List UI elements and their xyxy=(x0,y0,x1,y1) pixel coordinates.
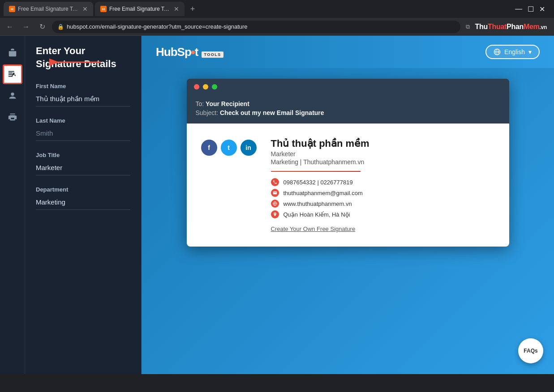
form-title: Enter Your Signature Details xyxy=(36,45,130,70)
email-window: To: Your Recipient Subject: Check out my… xyxy=(187,79,509,247)
hubspot-tools-badge: TOOLS xyxy=(202,51,223,58)
hubspot-header: HubSpt TOOLS English ▾ xyxy=(142,36,554,68)
social-linkedin-button[interactable]: in xyxy=(240,140,257,156)
location-icon xyxy=(271,210,279,218)
printer-icon xyxy=(8,112,17,122)
maximize-button[interactable]: ☐ xyxy=(528,5,534,13)
sig-contact: 0987654332 | 0226777819 thuthuatphanmem@… xyxy=(271,178,495,218)
create-signature-link[interactable]: Create Your Own Free Signature xyxy=(271,226,495,232)
sig-title: Marketer xyxy=(271,150,495,158)
to-label: To: xyxy=(196,100,204,107)
department-label: Department xyxy=(36,186,130,193)
tab-1[interactable]: H Free Email Signature Template G... ✕ xyxy=(4,2,93,16)
to-value: Your Recipient xyxy=(206,100,249,107)
job-title-input[interactable] xyxy=(36,162,130,175)
social-twitter-button[interactable]: t xyxy=(221,140,237,156)
email-window-chrome xyxy=(187,79,509,95)
phone-icon xyxy=(271,178,279,186)
department-input[interactable] xyxy=(36,196,130,210)
main-layout: Enter Your Signature Details First Name … xyxy=(0,36,554,374)
location-svg xyxy=(273,212,277,217)
window-dot-green xyxy=(212,84,217,89)
sidebar-icons xyxy=(0,36,25,374)
sig-address-row: Quận Hoàn Kiếm, Hà Nội xyxy=(271,210,495,218)
language-dropdown-icon: ▾ xyxy=(528,48,532,55)
tab-1-favicon: H xyxy=(9,6,15,12)
first-name-label: First Name xyxy=(36,83,130,89)
signature-info: Thủ thuật phần mềm Marketer Marketing | … xyxy=(271,138,495,232)
tab-2[interactable]: H Free Email Signature Template G... ✕ xyxy=(95,2,185,16)
email-to-line: To: Your Recipient xyxy=(196,100,500,107)
hubspot-logo-text: HubSpt xyxy=(156,45,198,59)
subject-value: Check out my new Email Signature xyxy=(220,109,324,116)
sidebar-icon-printer[interactable] xyxy=(3,107,22,127)
subject-label: Subject: xyxy=(196,109,219,116)
window-controls: — ☐ ✕ xyxy=(515,5,550,13)
sig-website-row: www.thuthuatphanmem.vn xyxy=(271,200,495,208)
email-icon xyxy=(271,189,279,197)
faqs-button[interactable]: FAQs xyxy=(518,338,543,363)
tab-2-favicon: H xyxy=(100,6,107,12)
language-selector[interactable]: English ▾ xyxy=(485,45,540,59)
email-body: f t in Thủ thuật phần mềm Marketer Marke… xyxy=(187,124,509,247)
sig-name: Thủ thuật phần mềm xyxy=(271,138,495,149)
minimize-button[interactable]: — xyxy=(515,5,522,13)
new-tab-button[interactable]: + xyxy=(186,3,199,15)
address-bar[interactable]: 🔒 hubspot.com/email-signature-generator?… xyxy=(52,21,460,33)
sidebar-icon-text-format[interactable] xyxy=(3,64,22,84)
hubspot-logo-area: HubSpt TOOLS xyxy=(156,45,223,59)
browser-chrome: H Free Email Signature Template G... ✕ H… xyxy=(0,0,554,36)
job-title-group: Job Title xyxy=(36,152,130,175)
lock-icon: 🔒 xyxy=(57,24,64,30)
briefcase-icon xyxy=(8,48,17,58)
brand-logo-area: ThuThuatPhanMem.vn xyxy=(475,23,550,31)
window-dot-red xyxy=(194,84,199,89)
website-icon xyxy=(271,200,279,208)
sig-website-text: www.thuthuatphanmem.vn xyxy=(283,200,352,207)
last-name-label: Last Name xyxy=(36,117,130,124)
signature-social: f t in xyxy=(201,138,257,156)
sig-phone-text: 0987654332 | 0226777819 xyxy=(283,179,353,186)
profile-icon xyxy=(8,91,17,101)
sidebar-icon-briefcase[interactable] xyxy=(3,43,22,63)
sidebar-icon-profile[interactable] xyxy=(3,86,22,106)
forward-button[interactable]: → xyxy=(20,21,32,33)
browser-menu-icon: ⧉ xyxy=(464,23,472,30)
sig-company: Marketing | Thuthuatphanmem.vn xyxy=(271,158,495,166)
sig-address-text: Quận Hoàn Kiếm, Hà Nội xyxy=(283,211,350,218)
social-icons-row: f t in xyxy=(201,140,257,156)
first-name-input[interactable] xyxy=(36,93,130,107)
email-header: To: Your Recipient Subject: Check out my… xyxy=(187,95,509,124)
address-bar-row: ← → ↻ 🔒 hubspot.com/email-signature-gene… xyxy=(0,18,554,36)
sig-divider xyxy=(271,171,361,172)
tab-2-title: Free Email Signature Template G... xyxy=(109,6,169,12)
sig-phone-row: 0987654332 | 0226777819 xyxy=(271,178,495,186)
window-dot-yellow xyxy=(203,84,208,89)
text-format-icon xyxy=(8,69,17,79)
email-subject-line: Subject: Check out my new Email Signatur… xyxy=(196,109,500,116)
close-button[interactable]: ✕ xyxy=(539,5,545,13)
tab-2-close[interactable]: ✕ xyxy=(174,5,179,13)
reload-button[interactable]: ↻ xyxy=(36,21,48,33)
language-label: English xyxy=(504,48,525,55)
brand-logo-text: ThuThuatPhanMem.vn xyxy=(475,23,547,31)
tab-1-close[interactable]: ✕ xyxy=(82,5,88,13)
social-facebook-button[interactable]: f xyxy=(201,140,217,156)
signature-container: f t in Thủ thuật phần mềm Marketer Marke… xyxy=(201,138,495,232)
first-name-group: First Name xyxy=(36,83,130,107)
back-button[interactable]: ← xyxy=(4,21,16,33)
phone-svg xyxy=(273,180,277,184)
email-svg xyxy=(273,191,277,195)
email-preview-area: To: Your Recipient Subject: Check out my… xyxy=(142,68,554,374)
form-panel: Enter Your Signature Details First Name … xyxy=(25,36,142,374)
last-name-group: Last Name xyxy=(36,117,130,141)
globe-icon xyxy=(494,48,501,55)
address-text: hubspot.com/email-signature-generator?ut… xyxy=(67,23,248,30)
web-svg xyxy=(273,201,277,206)
job-title-label: Job Title xyxy=(36,152,130,158)
tab-bar: H Free Email Signature Template G... ✕ H… xyxy=(0,0,554,18)
department-group: Department xyxy=(36,186,130,210)
tab-1-title: Free Email Signature Template G... xyxy=(18,6,78,12)
sig-email-row: thuthuatphanmem@gmail.com xyxy=(271,189,495,197)
last-name-input[interactable] xyxy=(36,128,130,141)
